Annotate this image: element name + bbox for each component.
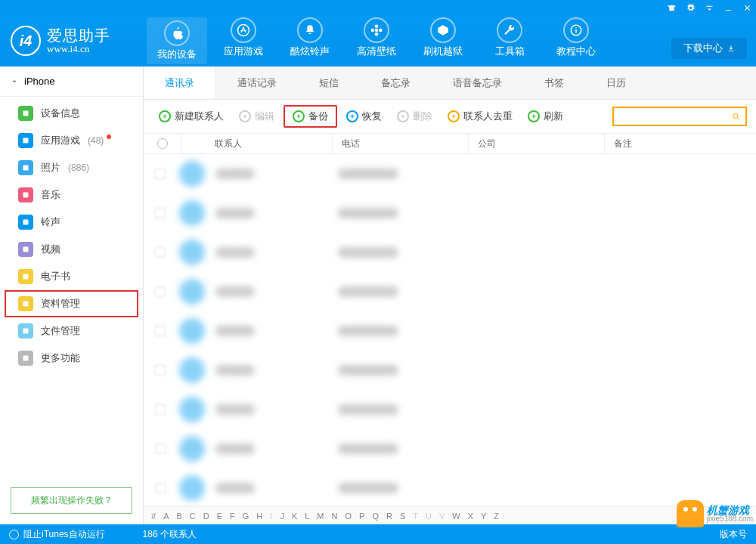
svg-point-1: [375, 29, 379, 32]
svg-point-3: [375, 32, 379, 36]
topnav-flower[interactable]: 高清壁纸: [343, 17, 410, 64]
contact-row[interactable]: [144, 390, 756, 429]
watermark: 机蟹游戏 jixie5188.com: [677, 500, 753, 527]
flower-icon: [370, 23, 383, 37]
svg-point-4: [371, 29, 375, 32]
search-input[interactable]: [618, 111, 732, 122]
gear-icon[interactable]: [686, 4, 695, 12]
alpha-letter[interactable]: R: [386, 512, 392, 521]
subtab[interactable]: 书签: [523, 66, 585, 99]
alpha-letter[interactable]: W: [452, 512, 460, 521]
device-selector[interactable]: iPhone: [0, 66, 143, 97]
alpha-letter[interactable]: D: [203, 512, 209, 521]
svg-rect-11: [23, 220, 29, 225]
svg-rect-14: [23, 301, 29, 307]
alpha-letter[interactable]: T: [413, 512, 418, 521]
toolbar-refresh-button[interactable]: 刷新: [522, 107, 569, 126]
status-bar: 阻止iTunes自动运行 186 个联系人 版本号: [0, 524, 756, 544]
topnav-info[interactable]: 教程中心: [543, 17, 609, 64]
sidebar-item[interactable]: 设备信息: [0, 100, 143, 127]
alpha-letter[interactable]: O: [345, 512, 352, 521]
subtab[interactable]: 短信: [298, 66, 360, 99]
help-link[interactable]: 频繁出现操作失败？: [11, 487, 132, 514]
svg-point-17: [733, 113, 738, 118]
alpha-letter[interactable]: H: [256, 512, 262, 521]
topnav-bell[interactable]: 酷炫铃声: [277, 17, 343, 64]
toolbar-dedup-button[interactable]: 联系人去重: [442, 107, 519, 126]
toolbar-backup-button[interactable]: 备份: [284, 105, 337, 128]
alpha-letter[interactable]: Y: [481, 512, 486, 521]
alpha-letter[interactable]: S: [400, 512, 405, 521]
alpha-letter[interactable]: P: [359, 512, 364, 521]
topnav-apple[interactable]: 我的设备: [147, 17, 207, 64]
col-contact[interactable]: 联系人: [181, 134, 333, 153]
alpha-letter[interactable]: E: [217, 512, 222, 521]
alpha-index: #ABCDEFGHIJKLMNOPQRSTUVWXYZ: [144, 506, 756, 524]
alpha-letter[interactable]: #: [151, 512, 156, 521]
contact-row[interactable]: [144, 233, 756, 272]
alpha-letter[interactable]: U: [426, 512, 432, 521]
alpha-letter[interactable]: L: [305, 512, 309, 521]
sidebar-item[interactable]: 资料管理: [5, 290, 138, 317]
alpha-letter[interactable]: X: [468, 512, 473, 521]
table-header: 联系人 电话 公司 备注: [144, 133, 756, 154]
sidebar-item[interactable]: 更多功能: [0, 345, 143, 372]
bell-icon: [303, 23, 317, 37]
alpha-letter[interactable]: M: [317, 512, 324, 521]
download-icon: [727, 45, 735, 52]
subtab[interactable]: 通讯录: [144, 66, 216, 99]
sidebar-item[interactable]: 音乐: [0, 181, 143, 209]
contact-list: [144, 154, 756, 506]
alpha-letter[interactable]: Q: [372, 512, 379, 521]
alpha-letter[interactable]: C: [190, 512, 196, 521]
close-icon[interactable]: [743, 4, 751, 12]
dropdown-icon[interactable]: [705, 4, 714, 12]
subtab[interactable]: 日历: [585, 66, 647, 99]
sidebar-item[interactable]: 应用游戏(48): [0, 127, 143, 154]
contact-row[interactable]: [144, 351, 756, 390]
alpha-letter[interactable]: B: [176, 512, 181, 521]
sidebar-item[interactable]: 文件管理: [0, 317, 143, 345]
alpha-letter[interactable]: N: [332, 512, 338, 521]
subtab[interactable]: 备忘录: [360, 66, 432, 99]
alpha-letter[interactable]: A: [163, 512, 169, 521]
search-box[interactable]: [612, 107, 747, 126]
alpha-letter[interactable]: Z: [494, 512, 499, 521]
toolbar-plus-button[interactable]: 新建联系人: [153, 107, 230, 126]
topnav-appstore[interactable]: 应用游戏: [210, 17, 277, 64]
minimize-icon[interactable]: [724, 4, 733, 12]
sidebar-item[interactable]: 照片(886): [0, 154, 143, 181]
svg-rect-10: [23, 193, 29, 198]
download-center-button[interactable]: 下载中心: [671, 38, 747, 59]
sidebar-item[interactable]: 视频: [0, 236, 143, 263]
col-notes[interactable]: 备注: [605, 134, 756, 153]
sidebar-item[interactable]: 电子书: [0, 263, 143, 290]
col-phone[interactable]: 电话: [333, 134, 469, 153]
skin-icon[interactable]: [668, 4, 676, 12]
col-company[interactable]: 公司: [469, 134, 605, 153]
contact-row[interactable]: [144, 468, 756, 506]
toolbar: 新建联系人编辑备份恢复删除联系人去重刷新: [144, 100, 756, 133]
topnav-wrench[interactable]: 工具箱: [476, 17, 543, 64]
alpha-letter[interactable]: K: [292, 512, 297, 521]
subtab[interactable]: 通话记录: [216, 66, 298, 99]
contact-row[interactable]: [144, 272, 756, 311]
block-itunes-toggle[interactable]: 阻止iTunes自动运行: [9, 528, 105, 541]
sidebar-item[interactable]: 铃声: [0, 209, 143, 236]
alpha-letter[interactable]: I: [270, 512, 272, 521]
alpha-letter[interactable]: V: [439, 512, 445, 521]
topnav-box[interactable]: 刷机越狱: [410, 17, 476, 64]
alpha-letter[interactable]: G: [243, 512, 249, 521]
subtab[interactable]: 语音备忘录: [432, 66, 523, 99]
wrench-icon: [503, 23, 516, 37]
contact-row[interactable]: [144, 193, 756, 233]
select-all-checkbox[interactable]: [157, 138, 168, 149]
toolbar-restore-button[interactable]: 恢复: [340, 107, 388, 126]
contact-row[interactable]: [144, 311, 756, 351]
contact-row[interactable]: [144, 154, 756, 193]
contact-row[interactable]: [144, 429, 756, 468]
alpha-letter[interactable]: F: [230, 512, 235, 521]
toolbar-edit-button: 编辑: [233, 107, 280, 126]
alpha-letter[interactable]: J: [280, 512, 284, 521]
brand-logo: i4 爱思助手 www.i4.cn: [0, 26, 144, 56]
